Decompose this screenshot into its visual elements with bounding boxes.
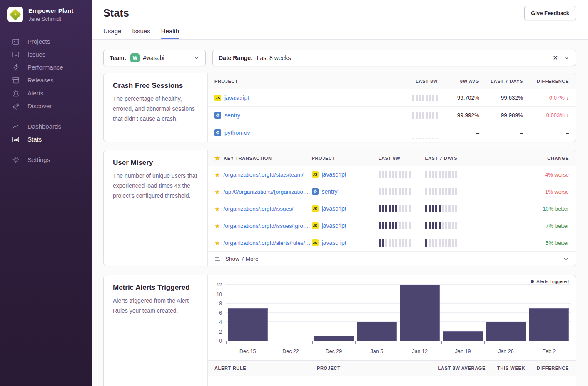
sidebar-item-alerts[interactable]: Alerts	[0, 87, 92, 100]
sidebar-item-releases[interactable]: Releases	[0, 74, 92, 87]
sidebar-item-performance[interactable]: Performance	[0, 61, 92, 74]
chart-y-axis: 024681012	[208, 285, 222, 341]
project-link[interactable]: sentry	[224, 112, 240, 119]
sparkline	[412, 138, 438, 139]
gear-icon	[12, 156, 20, 164]
give-feedback-button[interactable]: Give Feedback	[524, 6, 576, 20]
chart-x-label: Dec 29	[312, 349, 355, 354]
transaction-link[interactable]: /organizations/:orgId/issues/	[223, 206, 293, 212]
panel-title: User Misery	[113, 159, 198, 167]
sidebar: Empower Plant Jane Schmidt Projects Issu…	[0, 0, 92, 386]
javascript-platform-icon: JS	[312, 205, 319, 212]
filter-bar: Team: W #wasabi Date Range: Last 8 weeks…	[103, 50, 576, 66]
chart-x-label: Jan 26	[484, 349, 527, 354]
sidebar-item-settings[interactable]: Settings	[0, 153, 92, 166]
sidebar-item-discover[interactable]: Discover	[0, 100, 92, 112]
key-transaction-star-icon[interactable]: ★	[214, 172, 220, 178]
panel-text: Alerts triggered from the Alert Rules yo…	[113, 296, 198, 316]
team-avatar: W	[130, 53, 140, 62]
tab-health[interactable]: Health	[161, 27, 179, 39]
col-last-8w: LAST 8W	[392, 79, 438, 84]
clear-icon[interactable]: ✕	[553, 54, 558, 62]
col-last-7-days: LAST 7 DAYS	[425, 156, 472, 161]
key-transaction-star-icon[interactable]: ★	[214, 189, 220, 195]
chart-bar[interactable]	[269, 285, 312, 341]
project-link[interactable]: javascript	[224, 95, 249, 101]
table-row: ★ /organizations/:orgId/issues/:groupId/…	[208, 217, 576, 234]
sidebar-item-label: Releases	[27, 77, 54, 84]
metric-alerts-chart-section: Alerts Triggered 024681012 Dec 15Dec 22D…	[208, 275, 576, 386]
table-row: sentry 99.992% 99.989% 0.003% ↓	[208, 107, 576, 124]
chart-plot	[226, 285, 571, 341]
change-value: 10% better	[472, 206, 569, 212]
team-select[interactable]: Team: W #wasabi	[103, 50, 206, 66]
python-platform-icon	[214, 129, 221, 136]
key-transaction-star-icon[interactable]: ★	[214, 240, 220, 246]
sidebar-item-label: Stats	[27, 136, 42, 143]
project-link[interactable]: javascript	[322, 205, 346, 212]
sidebar-item-stats[interactable]: Stats	[0, 133, 92, 146]
transaction-link[interactable]: /organizations/:orgId/stats/team/	[223, 172, 303, 178]
crash-free-table: PROJECT LAST 8W 8W AVG LAST 7 DAYS DIFFE…	[208, 73, 576, 142]
team-value: #wasabi	[143, 55, 164, 61]
difference-value: 0.07% ↓	[523, 95, 569, 101]
col-key-transaction: KEY TRANSACTION	[224, 156, 272, 161]
col-project: PROJECT	[317, 366, 423, 371]
col-last-8w-average: LAST 8W AVERAGE	[423, 366, 486, 371]
legend-label: Alerts Triggered	[536, 279, 569, 284]
sidebar-item-projects[interactable]: Projects	[0, 35, 92, 48]
team-label: Team:	[110, 55, 126, 61]
col-difference: DIFFERENCE	[523, 79, 569, 84]
tab-issues[interactable]: Issues	[132, 27, 150, 39]
sparkline	[379, 222, 425, 229]
avg-8w-value: –	[438, 130, 479, 136]
project-link[interactable]: python-ov	[224, 129, 250, 136]
col-project: PROJECT	[312, 156, 379, 161]
sidebar-item-dashboards[interactable]: Dashboards	[0, 120, 92, 133]
chart-bar[interactable]	[441, 285, 484, 341]
difference-value: –	[523, 130, 569, 136]
page-header: Stats Give Feedback Usage Issues Health	[92, 0, 588, 40]
project-link[interactable]: sentry	[322, 188, 338, 195]
difference-value: 0.003% ↓	[523, 112, 569, 118]
chart-bar[interactable]	[399, 285, 441, 341]
key-transaction-star-icon[interactable]: ★	[214, 223, 220, 229]
transaction-link[interactable]: /organizations/:orgId/alerts/rules/detai…	[223, 240, 311, 246]
sidebar-item-label: Performance	[27, 64, 63, 71]
sidebar-item-label: Settings	[27, 156, 50, 163]
tab-bar: Usage Issues Health	[103, 27, 576, 39]
sparkline	[379, 171, 425, 178]
col-this-week: THIS WEEK	[486, 366, 525, 371]
avg-8w-value: 99.992%	[438, 112, 479, 118]
org-switcher[interactable]: Empower Plant Jane Schmidt	[0, 0, 92, 22]
chart-bar[interactable]	[528, 285, 571, 341]
sidebar-nav: Projects Issues Performance Releases Ale…	[0, 35, 92, 166]
key-transaction-star-icon[interactable]: ★	[214, 206, 220, 212]
chart-legend[interactable]: Alerts Triggered	[531, 279, 569, 284]
transaction-link[interactable]: /organizations/:orgId/issues/:groupId/	[223, 223, 311, 229]
date-range-select[interactable]: Date Range: Last 8 weeks ✕	[212, 50, 576, 66]
table-row: JS javascript 99.702% 99.632% 0.07% ↓	[208, 89, 576, 107]
chart-bar[interactable]	[226, 285, 269, 341]
javascript-platform-icon: JS	[214, 95, 221, 101]
project-link[interactable]: javascript	[322, 171, 346, 178]
tab-usage[interactable]: Usage	[103, 27, 121, 39]
sidebar-item-label: Dashboards	[27, 123, 61, 130]
transaction-link[interactable]: /api/0/organizations/{organization_slug}…	[223, 189, 311, 195]
chart-bar[interactable]	[312, 285, 355, 341]
page-title: Stats	[103, 7, 129, 19]
show-more-button[interactable]: Show 7 More	[208, 252, 576, 266]
nav-divider	[0, 146, 92, 153]
project-link[interactable]: javascript	[322, 239, 346, 246]
sidebar-item-label: Projects	[27, 38, 50, 45]
chart-bar[interactable]	[484, 285, 527, 341]
change-value: 5% better	[472, 240, 569, 246]
sparkline	[412, 112, 438, 119]
org-info: Empower Plant Jane Schmidt	[28, 7, 73, 22]
performance-icon	[12, 63, 20, 71]
project-link[interactable]: javascript	[322, 222, 346, 229]
org-name: Empower Plant	[28, 7, 73, 15]
sidebar-item-issues[interactable]: Issues	[0, 48, 92, 61]
org-user-name: Jane Schmidt	[28, 16, 73, 22]
chart-bar[interactable]	[355, 285, 398, 341]
